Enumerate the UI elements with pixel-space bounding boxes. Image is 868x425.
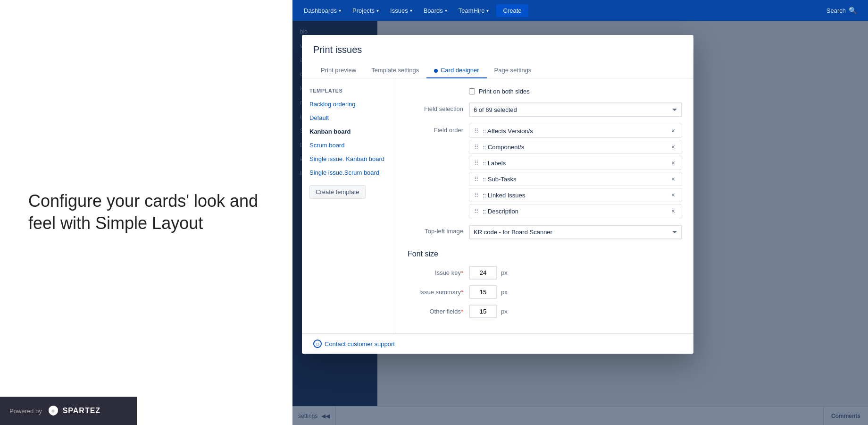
- sidebar-template-single-kanban[interactable]: Single issue. Kanban board: [302, 152, 396, 166]
- smiley-icon: ☺: [313, 340, 322, 348]
- font-size-issue-summary-label: Issue summary*: [408, 289, 469, 296]
- remove-field-button[interactable]: ×: [669, 191, 677, 199]
- print-both-sides-label: Print on both sides: [479, 88, 530, 95]
- sidebar-template-kanban[interactable]: Kanban board: [302, 125, 396, 138]
- field-order-item: ⠿ :: Component/s ×: [469, 140, 682, 154]
- spartez-helmet-icon: [47, 404, 60, 417]
- field-order-list: ⠿ :: Affects Version/s × ⠿ :: Component/…: [469, 124, 682, 218]
- field-order-label: Field order: [408, 124, 469, 134]
- chevron-down-icon: ▾: [486, 8, 489, 13]
- font-size-other-fields-row: Other fields* px: [408, 305, 682, 318]
- sidebar-template-default[interactable]: Default: [302, 111, 396, 125]
- field-name: :: Affects Version/s: [483, 128, 669, 135]
- print-both-sides-checkbox[interactable]: [469, 88, 475, 94]
- spartez-brand-name: SPARTEZ: [63, 407, 100, 415]
- field-order-item: ⠿ :: Affects Version/s ×: [469, 124, 682, 138]
- spartez-logo: SPARTEZ: [47, 404, 100, 417]
- page-background: blo ve s ase orts les nati ipo SHO to u …: [292, 21, 868, 425]
- sidebar-template-single-scrum[interactable]: Single issue.Scrum board: [302, 166, 396, 179]
- font-size-issue-summary-input[interactable]: [469, 285, 497, 299]
- print-issues-modal: Print issues Print preview Template sett…: [302, 35, 693, 354]
- modal-header: Print issues Print preview Template sett…: [302, 35, 693, 78]
- field-name: :: Component/s: [483, 144, 669, 151]
- remove-field-button[interactable]: ×: [669, 207, 677, 215]
- field-order-row: Field order ⠿ :: Affects Version/s × ⠿: [408, 124, 682, 218]
- tab-card-designer[interactable]: Card designer: [426, 63, 486, 78]
- field-name: :: Linked Issues: [483, 192, 669, 199]
- top-left-image-select[interactable]: KR code - for Board Scanner: [469, 225, 682, 239]
- print-both-sides-row: Print on both sides: [408, 88, 682, 95]
- required-marker: *: [461, 269, 463, 276]
- top-left-image-control: KR code - for Board Scanner: [469, 225, 682, 239]
- field-order-control: ⠿ :: Affects Version/s × ⠿ :: Component/…: [469, 124, 682, 218]
- top-left-image-label: Top-left image: [408, 225, 469, 235]
- font-size-other-fields-input[interactable]: [469, 305, 497, 318]
- chevron-down-icon: ▾: [410, 8, 412, 13]
- sidebar-template-backlog[interactable]: Backlog ordering: [302, 97, 396, 111]
- drag-handle-icon[interactable]: ⠿: [474, 176, 479, 183]
- field-name: :: Description: [483, 208, 669, 215]
- tab-page-settings[interactable]: Page settings: [487, 63, 539, 78]
- field-selection-label: Field selection: [408, 102, 469, 112]
- nav-projects[interactable]: Projects ▾: [347, 0, 384, 21]
- tab-print-preview[interactable]: Print preview: [313, 63, 364, 78]
- nav-teamhire[interactable]: TeamHire ▾: [453, 0, 495, 21]
- field-selection-control: 6 of 69 selected: [469, 102, 682, 117]
- px-unit-label: px: [501, 308, 508, 315]
- app-container: Dashboards ▾ Projects ▾ Issues ▾ Boards …: [292, 0, 868, 425]
- powered-text: Powered by: [9, 408, 42, 415]
- field-order-item: ⠿ :: Linked Issues ×: [469, 188, 682, 202]
- font-size-section-title: Font size: [408, 246, 682, 258]
- chevron-down-icon: ▾: [376, 8, 379, 13]
- field-name: :: Sub-Tasks: [483, 176, 669, 183]
- navbar: Dashboards ▾ Projects ▾ Issues ▾ Boards …: [292, 0, 868, 21]
- modal-body: TEMPLATES Backlog ordering Default Kanba…: [302, 78, 693, 333]
- sidebar-template-scrum[interactable]: Scrum board: [302, 138, 396, 152]
- create-button[interactable]: Create: [496, 4, 528, 17]
- modal-title: Print issues: [313, 44, 682, 63]
- nav-dashboards[interactable]: Dashboards ▾: [298, 0, 347, 21]
- font-size-issue-summary-row: Issue summary* px: [408, 285, 682, 299]
- field-order-item: ⠿ :: Description ×: [469, 204, 682, 218]
- nav-boards[interactable]: Boards ▾: [418, 0, 453, 21]
- chevron-down-icon: ▾: [445, 8, 447, 13]
- headline-text: Configure your cards' look and feel with…: [28, 190, 264, 235]
- modal-sidebar: TEMPLATES Backlog ordering Default Kanba…: [302, 78, 396, 333]
- drag-handle-icon[interactable]: ⠿: [474, 128, 479, 135]
- modal-content-area: Print on both sides Field selection 6 of…: [396, 78, 693, 333]
- search-button[interactable]: Search 🔍: [821, 0, 862, 21]
- modal-footer: ☺ Contact customer support: [302, 333, 693, 354]
- font-size-issue-key-label: Issue key*: [408, 269, 469, 276]
- font-size-issue-key-input[interactable]: [469, 266, 497, 280]
- required-marker: *: [461, 308, 463, 315]
- field-selection-select[interactable]: 6 of 69 selected: [469, 102, 682, 117]
- field-selection-row: Field selection 6 of 69 selected: [408, 102, 682, 117]
- contact-support-link[interactable]: ☺ Contact customer support: [313, 340, 395, 348]
- create-template-button[interactable]: Create template: [309, 185, 366, 199]
- remove-field-button[interactable]: ×: [669, 127, 677, 135]
- tab-template-settings[interactable]: Template settings: [364, 63, 426, 78]
- powered-bar: Powered by SPARTEZ: [0, 397, 137, 425]
- remove-field-button[interactable]: ×: [669, 159, 677, 167]
- sidebar-section-label: TEMPLATES: [302, 86, 396, 97]
- px-unit-label: px: [501, 269, 508, 276]
- font-size-other-fields-label: Other fields*: [408, 308, 469, 315]
- remove-field-button[interactable]: ×: [669, 143, 677, 151]
- field-order-item: ⠿ :: Labels ×: [469, 156, 682, 170]
- left-panel: Configure your cards' look and feel with…: [0, 0, 292, 425]
- drag-handle-icon[interactable]: ⠿: [474, 208, 479, 215]
- font-size-issue-key-row: Issue key* px: [408, 266, 682, 280]
- drag-handle-icon[interactable]: ⠿: [474, 144, 479, 151]
- nav-issues[interactable]: Issues ▾: [384, 0, 418, 21]
- drag-handle-icon[interactable]: ⠿: [474, 192, 479, 199]
- px-unit-label: px: [501, 289, 508, 296]
- field-order-item: ⠿ :: Sub-Tasks ×: [469, 172, 682, 186]
- remove-field-button[interactable]: ×: [669, 175, 677, 183]
- search-icon: 🔍: [849, 7, 857, 14]
- modal-tabs: Print preview Template settings Card des…: [313, 63, 682, 78]
- active-tab-dot: [434, 69, 438, 73]
- chevron-down-icon: ▾: [339, 8, 341, 13]
- field-name: :: Labels: [483, 160, 669, 167]
- drag-handle-icon[interactable]: ⠿: [474, 160, 479, 167]
- required-marker: *: [461, 289, 463, 296]
